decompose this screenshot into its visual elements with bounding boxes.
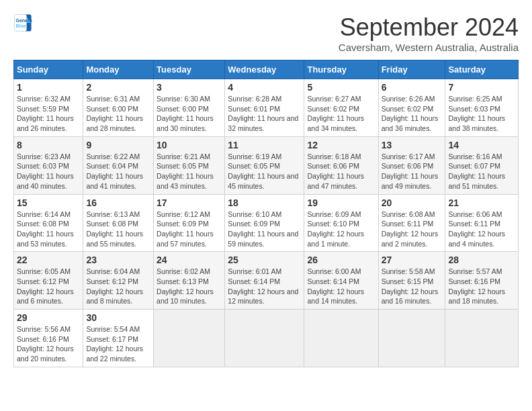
svg-text:General: General [16,18,33,23]
day-info: Sunrise: 6:19 AMSunset: 6:05 PMDaylight:… [228,152,301,191]
day-number: 21 [448,197,515,208]
day-number: 13 [382,140,443,150]
calendar-cell: 8 Sunrise: 6:23 AMSunset: 6:03 PMDayligh… [14,136,83,194]
day-info: Sunrise: 6:06 AMSunset: 6:11 PMDaylight:… [448,210,515,249]
header-friday: Friday [378,60,445,79]
header-thursday: Thursday [304,60,378,79]
calendar-cell [378,310,445,367]
logo-icon: General Blue [13,13,32,32]
day-info: Sunrise: 6:28 AMSunset: 6:01 PMDaylight:… [228,94,301,134]
day-number: 4 [228,82,301,93]
calendar-cell: 30 Sunrise: 5:54 AMSunset: 6:17 PMDaylig… [83,310,154,367]
calendar-cell [154,310,225,367]
calendar-cell: 6 Sunrise: 6:26 AMSunset: 6:02 PMDayligh… [378,79,445,137]
svg-text:Blue: Blue [16,24,26,28]
day-number: 3 [157,82,222,93]
calendar-cell: 11 Sunrise: 6:19 AMSunset: 6:05 PMDaylig… [225,136,304,194]
month-title: September 2024 [339,13,519,42]
calendar-cell: 2 Sunrise: 6:31 AMSunset: 6:00 PMDayligh… [83,79,154,137]
day-info: Sunrise: 6:13 AMSunset: 6:08 PMDaylight:… [86,210,150,249]
day-number: 7 [448,82,515,93]
day-number: 24 [157,255,222,265]
day-number: 17 [157,197,222,208]
day-number: 10 [157,140,222,150]
day-number: 28 [448,255,515,265]
day-number: 18 [228,197,301,208]
day-info: Sunrise: 6:12 AMSunset: 6:09 PMDaylight:… [157,210,222,249]
day-info: Sunrise: 6:22 AMSunset: 6:04 PMDaylight:… [86,152,150,191]
day-info: Sunrise: 6:01 AMSunset: 6:14 PMDaylight:… [228,267,301,306]
day-number: 1 [17,82,80,93]
calendar-cell [445,310,519,367]
calendar-cell: 1 Sunrise: 6:32 AMSunset: 5:59 PMDayligh… [14,79,83,137]
day-info: Sunrise: 6:30 AMSunset: 6:00 PMDaylight:… [157,94,222,134]
day-number: 22 [17,255,80,265]
day-number: 12 [307,140,375,150]
week-row-2: 15 Sunrise: 6:14 AMSunset: 6:08 PMDaylig… [14,194,519,252]
calendar-cell: 29 Sunrise: 5:56 AMSunset: 6:16 PMDaylig… [14,310,83,367]
header-saturday: Saturday [445,60,519,79]
day-number: 25 [228,255,301,265]
day-info: Sunrise: 6:23 AMSunset: 6:03 PMDaylight:… [17,152,80,191]
day-info: Sunrise: 6:00 AMSunset: 6:14 PMDaylight:… [307,267,375,306]
calendar-cell: 23 Sunrise: 6:04 AMSunset: 6:12 PMDaylig… [83,252,154,310]
day-number: 2 [86,82,150,93]
calendar-cell: 7 Sunrise: 6:25 AMSunset: 6:03 PMDayligh… [445,79,519,137]
calendar-cell: 21 Sunrise: 6:06 AMSunset: 6:11 PMDaylig… [445,194,519,252]
day-info: Sunrise: 5:56 AMSunset: 6:16 PMDaylight:… [17,324,80,364]
day-info: Sunrise: 6:17 AMSunset: 6:06 PMDaylight:… [382,152,443,191]
calendar-cell: 10 Sunrise: 6:21 AMSunset: 6:05 PMDaylig… [154,136,225,194]
calendar-cell: 13 Sunrise: 6:17 AMSunset: 6:06 PMDaylig… [378,136,445,194]
calendar-cell: 18 Sunrise: 6:10 AMSunset: 6:09 PMDaylig… [225,194,304,252]
calendar-table: Sunday Monday Tuesday Wednesday Thursday… [13,60,519,367]
day-info: Sunrise: 6:05 AMSunset: 6:12 PMDaylight:… [17,267,80,306]
header-sunday: Sunday [14,60,83,79]
week-row-1: 8 Sunrise: 6:23 AMSunset: 6:03 PMDayligh… [14,136,519,194]
day-info: Sunrise: 6:18 AMSunset: 6:06 PMDaylight:… [307,152,375,191]
calendar-cell: 12 Sunrise: 6:18 AMSunset: 6:06 PMDaylig… [304,136,378,194]
day-info: Sunrise: 6:10 AMSunset: 6:09 PMDaylight:… [228,210,301,249]
calendar-cell: 20 Sunrise: 6:08 AMSunset: 6:11 PMDaylig… [378,194,445,252]
calendar-cell: 26 Sunrise: 6:00 AMSunset: 6:14 PMDaylig… [304,252,378,310]
day-info: Sunrise: 6:27 AMSunset: 6:02 PMDaylight:… [307,94,375,134]
day-info: Sunrise: 5:54 AMSunset: 6:17 PMDaylight:… [86,324,150,364]
header-wednesday: Wednesday [225,60,304,79]
day-number: 19 [307,197,375,208]
day-info: Sunrise: 6:26 AMSunset: 6:02 PMDaylight:… [382,94,443,134]
day-info: Sunrise: 6:14 AMSunset: 6:08 PMDaylight:… [17,210,80,249]
calendar-cell: 25 Sunrise: 6:01 AMSunset: 6:14 PMDaylig… [225,252,304,310]
calendar-cell: 17 Sunrise: 6:12 AMSunset: 6:09 PMDaylig… [154,194,225,252]
day-number: 15 [17,197,80,208]
calendar-cell: 4 Sunrise: 6:28 AMSunset: 6:01 PMDayligh… [225,79,304,137]
location-subtitle: Caversham, Western Australia, Australia [339,42,519,53]
calendar-cell [304,310,378,367]
day-info: Sunrise: 5:57 AMSunset: 6:16 PMDaylight:… [448,267,515,306]
day-number: 23 [86,255,150,265]
day-info: Sunrise: 6:02 AMSunset: 6:13 PMDaylight:… [157,267,222,306]
day-info: Sunrise: 6:16 AMSunset: 6:07 PMDaylight:… [448,152,515,191]
svg-rect-2 [14,14,26,31]
calendar-cell: 22 Sunrise: 6:05 AMSunset: 6:12 PMDaylig… [14,252,83,310]
day-info: Sunrise: 6:25 AMSunset: 6:03 PMDaylight:… [448,94,515,134]
week-row-4: 29 Sunrise: 5:56 AMSunset: 6:16 PMDaylig… [14,310,519,367]
calendar-cell: 5 Sunrise: 6:27 AMSunset: 6:02 PMDayligh… [304,79,378,137]
calendar-cell: 9 Sunrise: 6:22 AMSunset: 6:04 PMDayligh… [83,136,154,194]
calendar-cell: 24 Sunrise: 6:02 AMSunset: 6:13 PMDaylig… [154,252,225,310]
day-number: 6 [382,82,443,93]
day-number: 20 [382,197,443,208]
day-number: 29 [17,312,80,323]
calendar-cell: 3 Sunrise: 6:30 AMSunset: 6:00 PMDayligh… [154,79,225,137]
logo: General Blue [13,13,32,32]
day-number: 16 [86,197,150,208]
calendar-cell: 28 Sunrise: 5:57 AMSunset: 6:16 PMDaylig… [445,252,519,310]
calendar-cell [225,310,304,367]
header-monday: Monday [83,60,154,79]
week-row-0: 1 Sunrise: 6:32 AMSunset: 5:59 PMDayligh… [14,79,519,137]
day-info: Sunrise: 6:32 AMSunset: 5:59 PMDaylight:… [17,94,80,134]
day-info: Sunrise: 6:08 AMSunset: 6:11 PMDaylight:… [382,210,443,249]
day-number: 5 [307,82,375,93]
calendar-cell: 16 Sunrise: 6:13 AMSunset: 6:08 PMDaylig… [83,194,154,252]
day-info: Sunrise: 6:31 AMSunset: 6:00 PMDaylight:… [86,94,150,134]
day-info: Sunrise: 6:04 AMSunset: 6:12 PMDaylight:… [86,267,150,306]
day-number: 14 [448,140,515,150]
